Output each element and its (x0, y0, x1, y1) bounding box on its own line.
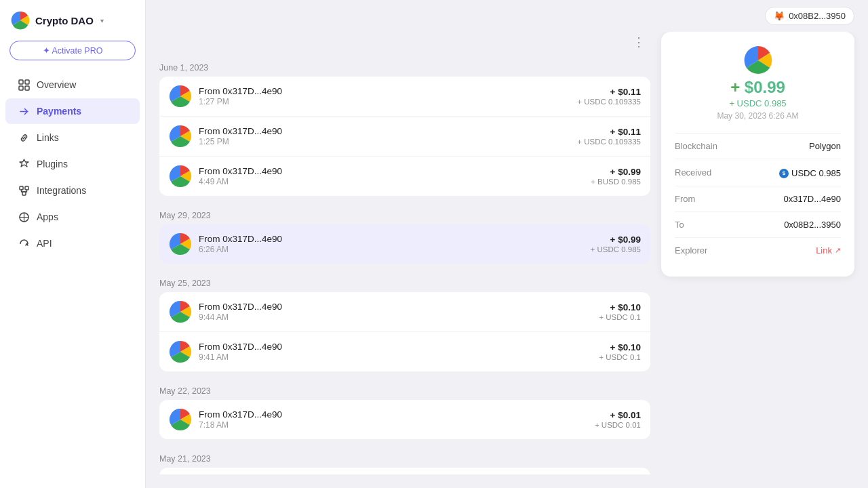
avatar (169, 340, 192, 363)
integrations-icon (18, 184, 30, 197)
table-row[interactable]: From 0x317D...4e90 6:26 AM + $0.99 + USD… (159, 224, 650, 264)
tx-date-header: May 22, 2023 (159, 380, 650, 400)
more-options-button[interactable]: ⋮ (627, 32, 650, 52)
tx-time: 9:44 AM (199, 312, 592, 322)
sidebar-label-plugins: Plugins (37, 159, 68, 169)
table-row[interactable]: From 0x317D...4e90 1:25 PM + $0.11 + USD… (159, 117, 650, 157)
topbar: 🦊 0x08B2...3950 (146, 0, 868, 32)
avatar (169, 232, 192, 256)
payments-icon (18, 105, 30, 117)
sidebar-item-plugins[interactable]: Plugins (5, 151, 140, 177)
api-icon (18, 237, 30, 249)
tx-token: + BUSD 0.985 (591, 178, 641, 186)
tx-usd: + $0.10 (599, 302, 641, 312)
detail-date: May 30, 2023 6:26 AM (675, 111, 841, 121)
tx-group: From 0x317D...4e90 7:18 AM + $0.01 + USD… (159, 400, 650, 439)
tx-info: From 0x317D...4e90 1:25 PM (199, 126, 570, 146)
svg-rect-1 (19, 80, 23, 84)
tx-from: From 0x317D...4e90 (199, 409, 588, 420)
detail-explorer-row: Explorer Link ↗ (675, 238, 841, 263)
avatar (169, 165, 192, 188)
svg-rect-7 (22, 192, 26, 195)
transaction-list: June 1, 2023 From 0x317D...4e90 1:27 PM … (159, 56, 650, 474)
table-row[interactable]: From 0x317D...4e90 9:41 AM + $0.10 + USD… (159, 332, 650, 371)
detail-amount-value: $0.99 (745, 78, 785, 96)
detail-received-row: Received $ USDC 0.985 (675, 159, 841, 186)
sidebar-label-payments: Payments (37, 106, 81, 117)
activate-pro-button[interactable]: ✦ Activate PRO (9, 41, 136, 60)
svg-rect-3 (19, 86, 23, 90)
tx-info: From 0x317D...4e90 6:26 AM (199, 234, 584, 254)
table-row[interactable]: From 0x317D...4e90 7:18 AM + $0.01 + USD… (159, 400, 650, 439)
tx-from: From 0x317D...4e90 (199, 342, 592, 352)
app-chevron: ▾ (100, 17, 104, 24)
tx-date-header: June 1, 2023 (159, 56, 650, 77)
sidebar-item-apps[interactable]: Apps (5, 204, 140, 230)
detail-token-value: USDC 0.985 (737, 98, 787, 108)
explorer-link[interactable]: Link ↗ (816, 245, 841, 256)
tx-token: + USDC 0.109335 (577, 98, 641, 106)
tx-usd: + $0.99 (591, 235, 641, 245)
tx-time: 7:18 AM (199, 420, 588, 430)
detail-token: + USDC 0.985 (675, 98, 841, 108)
detail-table: Blockchain Polygon Received $ USDC 0.985… (675, 133, 841, 263)
to-label: To (675, 220, 684, 230)
svg-rect-2 (25, 80, 29, 84)
table-row[interactable]: From 0x317D...4e90 9:44 AM + $0.10 + USD… (159, 292, 650, 332)
overview-icon (18, 79, 30, 91)
external-link-icon: ↗ (835, 246, 841, 255)
tx-date-header: May 29, 2023 (159, 204, 650, 224)
from-value: 0x317D...4e90 (783, 194, 841, 204)
tx-info: From 0x317D...4e90 9:44 AM (199, 302, 592, 322)
received-amount: USDC 0.985 (791, 168, 841, 178)
tx-amounts: + $0.11 + USDC 0.109335 (577, 87, 641, 106)
logo-icon (11, 11, 30, 30)
tx-info: From 0x317D...4e90 9:41 AM (199, 342, 592, 362)
table-row[interactable]: From 0x317D...4e90 4:49 AM + $0.99 + BUS… (159, 157, 650, 196)
avatar (169, 85, 192, 108)
explorer-label: Explorer (675, 245, 707, 256)
sidebar-item-integrations[interactable]: Integrations (5, 178, 140, 203)
blockchain-label: Blockchain (675, 141, 717, 151)
sidebar-item-payments[interactable]: Payments (5, 98, 140, 124)
tx-token: + USDC 0.1 (599, 313, 641, 321)
main-content: 🦊 0x08B2...3950 ⋮ June 1, 2023 From 0x31… (146, 0, 868, 488)
sidebar-item-links[interactable]: Links (5, 125, 140, 150)
tx-token: + USDC 0.1 (599, 353, 641, 361)
detail-amount: + $0.99 (675, 78, 841, 97)
tx-group: From 0x317D...4e90 6:26 AM + $0.99 + USD… (159, 224, 650, 264)
tx-group: From 0x317D...4e90 9:34 AM + $0.99 + USD… (159, 468, 650, 474)
sidebar-label-api: API (37, 238, 52, 249)
tx-usd: + $0.11 (577, 127, 641, 137)
tx-from: From 0x317D...4e90 (199, 302, 592, 312)
tx-group: From 0x317D...4e90 1:27 PM + $0.11 + USD… (159, 77, 650, 196)
tx-info: From 0x317D...4e90 1:27 PM (199, 86, 570, 106)
content-area: ⋮ June 1, 2023 From 0x317D...4e90 1:27 P… (146, 32, 868, 488)
sidebar: Crypto DAO ▾ ✦ Activate PRO Overview Pay… (0, 0, 146, 488)
sidebar-item-overview[interactable]: Overview (5, 72, 140, 98)
tx-usd: + $0.10 (599, 342, 641, 352)
tx-time: 6:26 AM (199, 245, 584, 254)
svg-rect-5 (20, 186, 23, 190)
detail-blockchain-row: Blockchain Polygon (675, 134, 841, 159)
table-row[interactable]: From 0x317D...4e90 1:27 PM + $0.11 + USD… (159, 77, 650, 117)
sidebar-label-integrations: Integrations (37, 185, 86, 196)
detail-amount-prefix: + (730, 78, 740, 96)
tx-date-header: May 21, 2023 (159, 447, 650, 468)
tx-amounts: + $0.99 + BUSD 0.985 (591, 167, 641, 186)
detail-panel: + $0.99 + USDC 0.985 May 30, 2023 6:26 A… (661, 32, 854, 277)
avatar (169, 408, 192, 431)
tx-time: 1:25 PM (199, 137, 570, 146)
sidebar-item-api[interactable]: API (5, 230, 140, 256)
table-row[interactable]: From 0x317D...4e90 9:34 AM + $0.99 + USD… (159, 468, 650, 474)
tx-time: 4:49 AM (199, 177, 584, 186)
tx-group: From 0x317D...4e90 9:44 AM + $0.10 + USD… (159, 292, 650, 371)
svg-rect-4 (25, 86, 29, 90)
link-text: Link (816, 245, 832, 256)
apps-icon (18, 211, 30, 223)
tx-token: + USDC 0.109335 (577, 138, 641, 146)
avatar (169, 125, 192, 148)
avatar (169, 300, 192, 323)
tx-info: From 0x317D...4e90 4:49 AM (199, 166, 584, 186)
wallet-address: 0x08B2...3950 (789, 11, 846, 21)
